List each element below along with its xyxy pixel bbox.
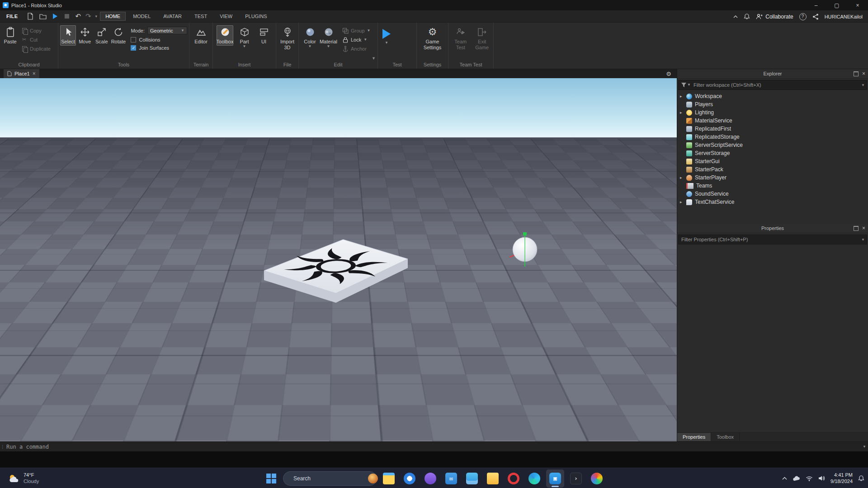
part-dropdown-icon[interactable]: ▼	[243, 45, 246, 48]
onedrive-cloud-icon[interactable]	[793, 476, 800, 481]
color-button[interactable]: Color ▼	[302, 25, 318, 49]
properties-float-icon[interactable]	[854, 226, 859, 231]
ui-button[interactable]: UI	[255, 25, 272, 46]
explorer-item-players[interactable]: Players	[677, 100, 868, 108]
material-dropdown-icon[interactable]: ▼	[327, 45, 330, 48]
toolbox-button[interactable]: Toolbox	[217, 25, 233, 46]
explorer-item-startergui[interactable]: StarterGui	[677, 157, 868, 165]
tab-view[interactable]: VIEW	[214, 12, 238, 21]
explorer-close-icon[interactable]: ×	[862, 70, 865, 77]
explorer-filter[interactable]: ▼ ▼	[678, 80, 867, 90]
collisions-checkbox[interactable]	[131, 37, 136, 42]
explorer-float-icon[interactable]	[854, 71, 859, 76]
explorer-item-starterplayer[interactable]: ▸StarterPlayer	[677, 174, 868, 182]
search-input[interactable]	[292, 475, 364, 482]
anchor-button[interactable]: Anchor	[340, 45, 372, 52]
select-tool-button[interactable]: Select	[60, 25, 76, 46]
taskbar-app-edge[interactable]	[525, 469, 543, 488]
lock-dropdown-icon[interactable]: ▼	[363, 38, 367, 42]
open-place-icon[interactable]	[38, 11, 48, 21]
tab-model[interactable]: MODEL	[127, 12, 156, 21]
command-bar-dropdown-icon[interactable]: ▼	[861, 445, 868, 449]
tab-avatar[interactable]: AVATAR	[158, 12, 187, 21]
hidden-icons-chevron[interactable]	[782, 477, 787, 480]
weather-widget[interactable]: 74°F Cloudy	[5, 468, 42, 488]
move-tool-button[interactable]: Move	[77, 25, 93, 46]
file-menu[interactable]: FILE	[0, 14, 24, 19]
username-label[interactable]: HURICANEKailol	[825, 14, 863, 19]
command-bar[interactable]: ⁞ ▼	[0, 441, 868, 451]
import-3d-button[interactable]: Import 3D	[278, 25, 297, 51]
new-place-icon[interactable]	[25, 11, 35, 21]
quick-access-chevron-icon[interactable]: ▾	[95, 14, 98, 19]
explorer-item-teams[interactable]: Teams	[677, 182, 868, 190]
copy-button[interactable]: Copy	[19, 27, 52, 34]
undo-icon[interactable]: ↶	[75, 12, 81, 20]
start-button[interactable]	[262, 469, 280, 488]
duplicate-button[interactable]: Duplicate	[19, 45, 52, 52]
explorer-item-replicatedfirst[interactable]: ReplicatedFirst	[677, 125, 868, 133]
explorer-item-serverscriptservice[interactable]: ServerScriptService	[677, 141, 868, 149]
explorer-filter-dropdown-icon[interactable]: ▼	[859, 83, 867, 87]
tab-plugins[interactable]: PLUGINS	[240, 12, 272, 21]
terrain-editor-button[interactable]: Editor	[193, 25, 209, 46]
play-dropdown-icon[interactable]: ▼	[385, 41, 388, 45]
document-tab-place1[interactable]: Place1 ×	[4, 69, 39, 78]
properties-close-icon[interactable]: ×	[862, 225, 865, 231]
expand-arrow-icon[interactable]: ▸	[680, 94, 685, 99]
collisions-checkbox-row[interactable]: Collisions	[131, 37, 187, 42]
taskbar-clock[interactable]: 4:41 PM 9/18/2024	[830, 472, 853, 485]
volume-icon[interactable]	[818, 475, 825, 481]
tab-test[interactable]: TEST	[189, 12, 212, 21]
tab-home[interactable]: HOME	[100, 12, 126, 21]
platform-part[interactable]	[262, 239, 409, 303]
taskbar-app-paint[interactable]	[588, 469, 606, 488]
notifications-bell-icon[interactable]	[744, 13, 750, 20]
explorer-item-workspace[interactable]: ▸Workspace	[677, 92, 868, 100]
redo-icon[interactable]: ↷	[85, 12, 91, 20]
maximize-button[interactable]: ▢	[826, 0, 847, 10]
close-tab-icon[interactable]: ×	[33, 70, 36, 77]
command-input[interactable]	[5, 443, 861, 450]
taskbar-app-opera[interactable]	[505, 469, 523, 488]
notification-bell-icon[interactable]	[858, 475, 864, 482]
explorer-item-starterpack[interactable]: StarterPack	[677, 165, 868, 174]
3d-viewport[interactable]	[0, 78, 677, 441]
share-icon[interactable]	[812, 14, 819, 20]
gizmo-y-handle[interactable]	[523, 232, 527, 235]
taskbar-search[interactable]	[283, 471, 377, 486]
exit-game-button[interactable]: Exit Game	[473, 25, 492, 51]
expand-arrow-icon[interactable]: ▸	[680, 110, 685, 115]
rotate-tool-button[interactable]: Rotate	[110, 25, 126, 46]
collaborate-button[interactable]: Collaborate	[756, 14, 793, 20]
team-test-button[interactable]: Team Test	[451, 25, 470, 51]
expand-arrow-icon[interactable]: ▸	[680, 175, 685, 180]
explorer-filter-input[interactable]	[693, 82, 859, 88]
taskbar-app-folder[interactable]	[484, 469, 502, 488]
expand-arrow-icon[interactable]: ▸	[680, 200, 685, 204]
properties-filter[interactable]: ▼	[678, 235, 867, 244]
scale-tool-button[interactable]: Scale	[94, 25, 109, 46]
quick-play-icon[interactable]	[53, 14, 57, 19]
color-dropdown-icon[interactable]: ▼	[308, 45, 312, 48]
search-highlight-image[interactable]	[368, 474, 378, 483]
join-surfaces-checkbox[interactable]: ✓	[131, 45, 136, 51]
viewport-options-gear-icon[interactable]: ⚙	[666, 70, 671, 77]
help-icon[interactable]: ?	[799, 13, 807, 20]
minimize-button[interactable]: –	[806, 0, 826, 10]
quick-stop-icon[interactable]	[65, 14, 69, 19]
wifi-icon[interactable]	[806, 476, 813, 481]
explorer-item-textchatservice[interactable]: ▸TextChatService	[677, 198, 868, 206]
group-button[interactable]: Group ▼	[340, 27, 372, 34]
explorer-item-replicatedstorage[interactable]: ReplicatedStorage	[677, 133, 868, 141]
taskbar-app-chat[interactable]	[401, 469, 419, 488]
lock-button[interactable]: Lock ▼	[340, 36, 372, 43]
explorer-item-serverstorage[interactable]: ServerStorage	[677, 149, 868, 157]
taskbar-app-file-explorer[interactable]	[380, 469, 398, 488]
taskbar-app-roblox-studio[interactable]: ▣	[546, 469, 564, 488]
taskbar-app-store[interactable]	[463, 469, 481, 488]
explorer-item-lighting[interactable]: ▸Lighting	[677, 108, 868, 117]
sphere-part[interactable]	[509, 232, 537, 267]
taskbar-app-console[interactable]: ›	[567, 469, 585, 488]
explorer-item-soundservice[interactable]: SoundService	[677, 190, 868, 198]
